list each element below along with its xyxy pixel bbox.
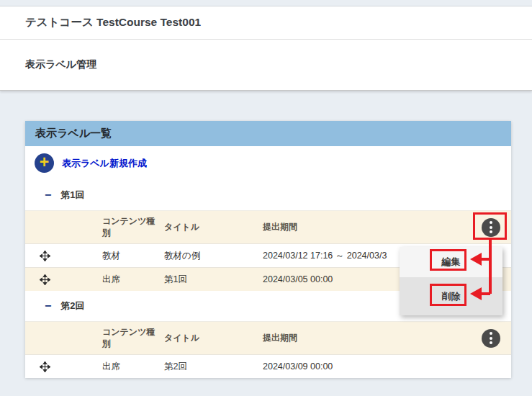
kebab-menu-icon[interactable] <box>482 218 500 237</box>
menu-item-delete[interactable]: 削除 <box>400 277 502 315</box>
cell-content-type: 出席 <box>102 274 164 286</box>
cell-content-type: 教材 <box>102 250 164 262</box>
create-label-text: 表示ラベル新規作成 <box>62 157 147 170</box>
top-header: テストコース TestCourse Test001 表示ラベル管理 <box>0 6 532 91</box>
column-content-type: コンテンツ種別 <box>102 216 164 238</box>
move-icon <box>40 274 50 285</box>
table-1-header-row: コンテンツ種別 タイトル 提出期間 <box>25 210 511 243</box>
course-title: テストコース TestCourse Test001 <box>0 6 532 40</box>
collapse-icon[interactable]: − <box>45 300 51 312</box>
section-1-header: − 第1回 <box>25 180 511 210</box>
page: テストコース TestCourse Test001 表示ラベル管理 表示ラベル一… <box>0 0 532 396</box>
table-2-menu-cell <box>471 329 511 348</box>
plus-icon: + <box>35 153 54 173</box>
collapse-icon[interactable]: − <box>45 189 51 202</box>
kebab-menu-icon[interactable] <box>482 329 500 348</box>
move-icon <box>40 361 50 372</box>
table-1-menu-cell <box>471 218 511 237</box>
move-icon <box>40 251 50 261</box>
section-2-label: 第2回 <box>60 300 84 312</box>
drag-handle[interactable] <box>25 251 102 261</box>
create-label-link[interactable]: + 表示ラベル新規作成 <box>25 146 511 180</box>
cell-title: 第1回 <box>164 274 263 286</box>
column-period: 提出期間 <box>263 333 471 344</box>
column-content-type: コンテンツ種別 <box>102 327 164 349</box>
drag-handle[interactable] <box>25 361 102 372</box>
page-title: 表示ラベル管理 <box>0 40 532 90</box>
drag-handle[interactable] <box>25 274 102 285</box>
panel-title: 表示ラベル一覧 <box>25 121 511 146</box>
table-2-header-row: コンテンツ種別 タイトル 提出期間 <box>25 321 511 354</box>
cell-content-type: 出席 <box>102 361 164 373</box>
section-1-label: 第1回 <box>60 189 84 202</box>
column-title: タイトル <box>164 333 263 344</box>
table-row: 出席 第2回 2024/03/09 00:00 <box>25 354 511 378</box>
cell-period: 2024/03/09 00:00 <box>263 361 471 372</box>
cell-title: 教材の例 <box>164 250 263 262</box>
column-period: 提出期間 <box>263 222 471 233</box>
menu-item-edit[interactable]: 編集 <box>400 247 502 277</box>
column-title: タイトル <box>164 222 263 233</box>
cell-title: 第2回 <box>164 361 263 373</box>
row-context-menu: 編集 削除 <box>400 247 502 315</box>
